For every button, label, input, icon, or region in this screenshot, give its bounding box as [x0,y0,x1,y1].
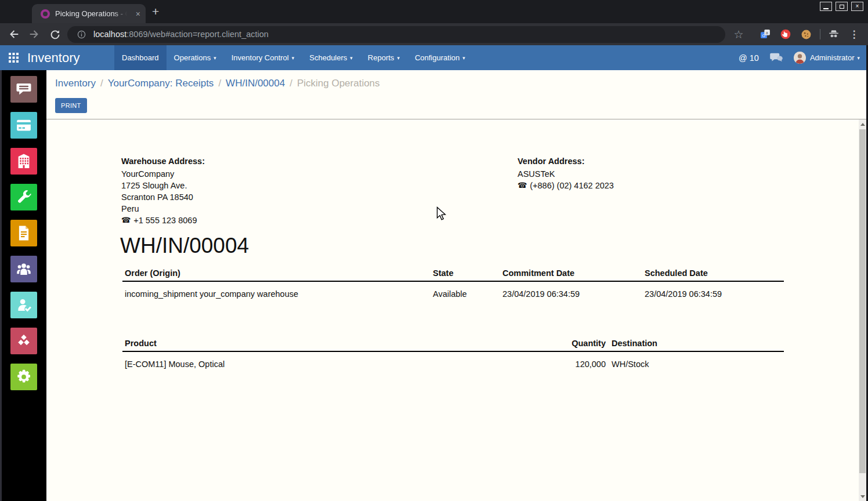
breadcrumb-current: Picking Operations [297,78,380,89]
phone-icon: ☎ [518,180,527,191]
window-controls: × [820,2,863,11]
forward-button[interactable] [27,27,41,41]
vendor-phone: (+886) (02) 4162 2023 [530,180,614,191]
menu-configuration[interactable]: Configuration▾ [407,45,473,70]
people-icon [15,260,32,278]
back-button[interactable] [7,27,21,41]
sidebar-app-inventory[interactable] [10,328,37,354]
activity-count: 10 [750,53,759,63]
col-order-origin: Order (Origin) [122,267,431,279]
incognito-icon[interactable] [827,27,841,41]
toolbar-separator [820,29,820,39]
col-product: Product [122,337,482,349]
order-commitment-date: 23/04/2019 06:34:59 [500,288,642,300]
systray: @ 10 Administrator ▾ [739,52,868,64]
browser-tab-strip: Picking Operations - Odoo × + × [0,0,868,23]
odoo-navbar: Inventory Dashboard Operations▾ Inventor… [0,45,868,70]
breadcrumb-inventory[interactable]: Inventory [55,78,96,89]
chevron-down-icon: ▾ [350,55,353,61]
url-text: localhost:8069/web#action=report.client_… [93,30,269,39]
order-origin: incoming_shipment your_company warehouse [122,288,431,300]
browser-toolbar: localhost:8069/web#action=report.client_… [0,23,868,45]
breadcrumb-separator: / [290,78,292,89]
scroll-up-button[interactable] [859,119,866,129]
tab-close-icon[interactable]: × [136,10,140,18]
warehouse-address-label: Warehouse Address: [121,155,205,167]
window-minimize-button[interactable] [820,2,832,11]
nav-menus: Dashboard Operations▾ Inventory Control▾… [114,45,473,70]
breadcrumb-separator: / [100,78,103,89]
sidebar-app-invoicing[interactable] [10,112,37,139]
new-tab-button[interactable]: + [152,5,159,19]
warehouse-phone-line: ☎+1 555 123 8069 [121,215,205,226]
product-table: Product Quantity Destination [E-COM11] M… [122,337,784,370]
adblock-extension-icon[interactable] [779,27,793,41]
vendor-company: ASUSTeK [518,168,614,180]
print-button[interactable]: PRINT [55,98,87,113]
sidebar-app-discuss[interactable] [10,76,37,103]
scrollbar-thumb[interactable] [859,129,866,473]
sidebar-app-purchase[interactable] [10,220,37,246]
person-check-icon [15,296,32,314]
order-state: Available [431,288,500,300]
order-table-header: Order (Origin) State Commitment Date Sch… [122,267,784,282]
menu-dashboard[interactable]: Dashboard [114,45,167,70]
sidebar-app-company[interactable] [10,148,37,175]
app-name: Inventory [27,50,80,66]
breadcrumb-picking[interactable]: WH/IN/00004 [226,78,285,89]
user-name[interactable]: Administrator [810,53,855,62]
browser-menu-icon[interactable]: ⋮ [847,27,861,41]
apps-grid-icon[interactable] [9,53,19,63]
menu-inventory-control[interactable]: Inventory Control▾ [224,45,302,70]
cubes-icon [15,332,32,350]
speech-bubble-icon [15,81,32,98]
bookmark-star-icon[interactable]: ☆ [732,27,746,41]
odoo-favicon-icon [41,9,50,19]
phone-icon: ☎ [121,215,131,226]
activities-button[interactable]: @ 10 [739,53,759,63]
at-icon: @ [739,53,747,63]
wrench-icon [15,188,32,206]
svg-text:a: a [766,31,768,35]
cookie-extension-icon[interactable] [799,27,813,41]
url-path: :8069/web#action=report.client_action [126,30,269,39]
browser-tab[interactable]: Picking Operations - Odoo × [32,4,146,23]
product-quantity: 120,000 [482,358,606,370]
sidebar-app-settings[interactable] [10,364,37,390]
svg-text:G: G [762,34,766,38]
main-content: Inventory/YourCompany: Receipts/WH/IN/00… [46,70,866,501]
warehouse-company: YourCompany [121,168,205,180]
menu-reports[interactable]: Reports▾ [360,45,407,70]
warehouse-street: 1725 Slough Ave. [121,180,205,191]
site-info-icon[interactable] [74,27,88,41]
chevron-down-icon: ▾ [292,55,295,61]
menu-operations[interactable]: Operations▾ [167,45,224,70]
warehouse-phone: +1 555 123 8069 [133,215,197,226]
product-destination: WH/Stock [606,358,784,370]
building-icon [15,153,32,170]
reload-button[interactable] [48,27,62,41]
user-avatar[interactable] [794,52,806,64]
product-table-row: [E-COM11] Mouse, Optical 120,000 WH/Stoc… [122,352,784,370]
url-bar[interactable]: localhost:8069/web#action=report.client_… [67,26,725,43]
product-table-header: Product Quantity Destination [122,337,784,352]
window-close-button[interactable]: × [851,2,863,11]
order-table-row: incoming_shipment your_company warehouse… [122,282,784,300]
menu-schedulers[interactable]: Schedulers▾ [302,45,360,70]
document-icon [15,224,32,242]
breadcrumb-receipts[interactable]: YourCompany: Receipts [108,78,214,89]
messages-icon[interactable] [769,52,783,64]
scroll-down-button[interactable] [859,492,866,501]
sidebar-app-recruitment[interactable] [10,292,37,318]
minimize-icon [823,8,829,9]
warehouse-city: Scranton PA 18540 [121,191,205,203]
translate-extension-icon[interactable]: aG [758,27,772,41]
sidebar-app-employees[interactable] [10,256,37,282]
chevron-down-icon: ▾ [397,55,400,61]
window-maximize-button[interactable] [836,2,848,11]
report-scrollbar[interactable] [859,119,866,501]
tab-title: Picking Operations - Odoo [55,9,127,18]
maximize-icon [840,5,844,9]
triangle-down-icon [860,495,865,498]
sidebar-app-repair[interactable] [10,184,37,210]
